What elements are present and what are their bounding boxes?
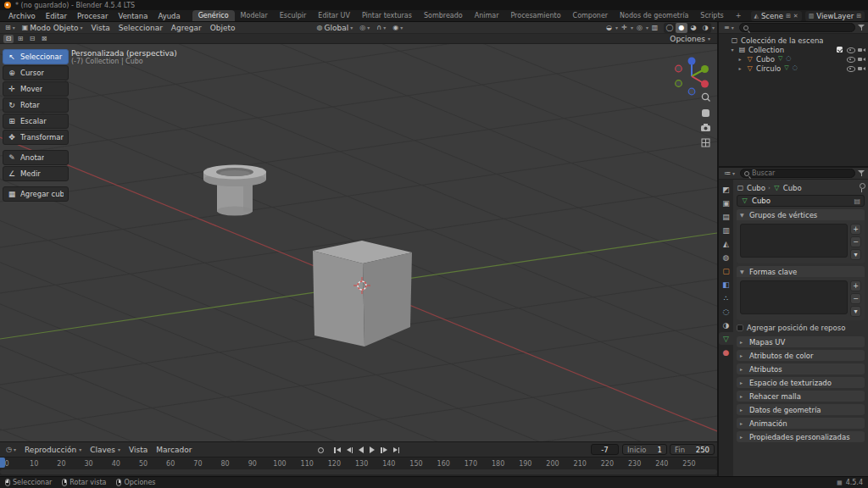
disclosure-icon[interactable]: ▸ bbox=[737, 65, 743, 71]
fake-user-icon[interactable]: ▤ bbox=[854, 197, 860, 205]
viewport-3d[interactable]: ↖Seleccionar (M...⊕Cursor✛Mover↻Rotar⊞Es… bbox=[0, 44, 717, 441]
transform-orientation[interactable]: ◍Global▾ bbox=[314, 24, 356, 32]
workspace-tab-modelar[interactable]: Modelar bbox=[235, 10, 274, 21]
panel-header-datos-de-geometria[interactable]: ▸Datos de geometría bbox=[737, 404, 865, 415]
exclude-checkbox[interactable] bbox=[837, 47, 843, 53]
filter-icon[interactable] bbox=[858, 24, 865, 31]
select-mode-new-button[interactable]: ⊡ bbox=[3, 35, 14, 43]
disable-render-icon[interactable] bbox=[857, 55, 865, 64]
datablock-name-field[interactable]: ▽ ▤ bbox=[737, 195, 865, 207]
viewport-menu-vista[interactable]: Vista bbox=[87, 24, 114, 32]
shading-dropdown-icon[interactable]: ▾ bbox=[712, 25, 715, 30]
prev-keyframe-button[interactable] bbox=[344, 445, 356, 456]
shading-wireframe-button[interactable]: ◯ bbox=[664, 23, 676, 33]
properties-tab-render[interactable]: ▣ bbox=[719, 197, 733, 209]
editor-type-button[interactable]: ⊞▾ bbox=[3, 25, 18, 31]
properties-search-input[interactable] bbox=[752, 169, 851, 177]
panel-header-espacio-de-texturizado[interactable]: ▸Espacio de texturizado bbox=[737, 377, 865, 388]
filter-icon[interactable] bbox=[858, 169, 865, 177]
add-vertex-group-button[interactable]: + bbox=[850, 224, 861, 235]
mode-selector[interactable]: ▣Modo Objeto▾ bbox=[19, 24, 86, 32]
menu-editar[interactable]: Editar bbox=[41, 12, 72, 20]
outliner-row-cubo[interactable]: ▸▽Cubo▽◌ bbox=[719, 54, 868, 64]
add-shape-key-button[interactable]: + bbox=[850, 280, 861, 291]
shading-material-button[interactable]: ◕ bbox=[687, 23, 699, 33]
jump-end-button[interactable] bbox=[391, 445, 403, 456]
workspace-tab-sombreado[interactable]: Sombreado bbox=[418, 10, 469, 21]
viewport-menu-seleccionar[interactable]: Seleccionar bbox=[114, 24, 167, 32]
timeline-scrollbar[interactable] bbox=[0, 469, 717, 474]
properties-tab-physics[interactable]: ◌ bbox=[719, 305, 733, 318]
playhead[interactable]: -7 bbox=[0, 458, 5, 468]
hide-eye-icon[interactable] bbox=[846, 64, 854, 73]
timeline-menu-marcador[interactable]: Marcador bbox=[152, 446, 196, 454]
properties-search[interactable] bbox=[740, 169, 855, 178]
hide-eye-icon[interactable] bbox=[846, 46, 854, 54]
viewlayer-selector[interactable]: ▥ ViewLayer ⊞ bbox=[805, 11, 865, 21]
frame-end-field[interactable]: Fin250 bbox=[670, 444, 715, 455]
overlays-toggle[interactable]: ◎ bbox=[634, 23, 645, 33]
workspace-tab-pintar-texturas[interactable]: Pintar texturas bbox=[356, 10, 418, 21]
properties-tab-tool[interactable]: ◩ bbox=[719, 183, 733, 196]
workspace-tab-nodos-de-geometria[interactable]: Nodos de geometría bbox=[614, 10, 694, 21]
properties-tab-object[interactable]: ▢ bbox=[719, 264, 733, 277]
outliner-row-coleccion-de-la-escena[interactable]: ▢Colección de la escena bbox=[719, 36, 868, 45]
menu-archivo[interactable]: Archivo bbox=[3, 12, 41, 20]
select-mode-subtract-button[interactable]: ⊟ bbox=[27, 35, 37, 43]
properties-tab-modifiers[interactable]: ◧ bbox=[719, 278, 733, 291]
unlink-scene-icon[interactable]: ✕ bbox=[793, 13, 798, 19]
panel-header-shape-keys[interactable]: ▼ Formas clave bbox=[737, 266, 865, 277]
breadcrumb-data[interactable]: Cubo bbox=[783, 184, 802, 192]
workspace-tab-animar[interactable]: Animar bbox=[469, 10, 505, 21]
panel-header-vertex-groups[interactable]: ▼ Grupos de vértices bbox=[737, 209, 865, 220]
remove-shape-key-button[interactable]: − bbox=[850, 293, 861, 304]
tool-mover[interactable]: ✛Mover bbox=[3, 81, 69, 97]
timeline-menu-reproduccion[interactable]: Reproducción▾ bbox=[20, 446, 86, 454]
outliner-search-input[interactable] bbox=[751, 24, 851, 31]
timeline-ruler[interactable]: 0102030405060708090100110120130140150160… bbox=[0, 457, 717, 476]
remove-vertex-group-button[interactable]: − bbox=[850, 236, 861, 247]
menu-ventana[interactable]: Ventana bbox=[113, 12, 153, 20]
tool-anotar[interactable]: ✎Anotar bbox=[3, 150, 69, 165]
menu-procesar[interactable]: Procesar bbox=[72, 12, 114, 20]
xray-toggle[interactable]: ▥ bbox=[649, 23, 660, 33]
add-rest-position-row[interactable]: Agregar posición de reposo bbox=[737, 322, 865, 334]
timeline-menu-vista[interactable]: Vista bbox=[125, 446, 152, 454]
workspace-tab-scripts[interactable]: Scripts bbox=[694, 10, 729, 21]
tool-agregar-cubo[interactable]: ▦Agregar cubo bbox=[3, 186, 69, 202]
workspace-tab-generico[interactable]: Genérico bbox=[192, 10, 235, 21]
timeline-menu-claves[interactable]: Claves▾ bbox=[86, 446, 125, 454]
pivot-point-button[interactable]: ◎▾ bbox=[357, 25, 372, 31]
name-input[interactable] bbox=[752, 197, 850, 205]
properties-tab-view-layer[interactable]: ▥ bbox=[719, 224, 733, 236]
tool-rotar[interactable]: ↻Rotar bbox=[3, 97, 69, 113]
panel-header-propiedades-personalizadas[interactable]: ▸Propiedades personalizadas bbox=[737, 431, 865, 442]
play-button[interactable] bbox=[367, 444, 377, 456]
options-dropdown[interactable]: Opciones▾ bbox=[666, 35, 714, 43]
new-scene-icon[interactable]: ⊞ bbox=[786, 13, 791, 19]
snap-toggle[interactable]: ∩▾ bbox=[374, 25, 388, 31]
select-mode-extend-button[interactable]: ⊞ bbox=[15, 35, 25, 43]
tool-cursor[interactable]: ⊕Cursor bbox=[3, 65, 69, 80]
properties-tab-particles[interactable]: ∴ bbox=[719, 291, 733, 304]
scene-selector[interactable]: ◭ Scene ⊞ ✕ bbox=[751, 11, 802, 21]
shading-solid-button[interactable]: ● bbox=[676, 23, 687, 33]
tool-escalar[interactable]: ⊞Escalar bbox=[3, 114, 69, 129]
shape-key-specials-button[interactable]: ▾ bbox=[850, 306, 861, 317]
panel-header-atributos[interactable]: ▸Atributos bbox=[737, 363, 865, 374]
viewport-menu-agregar[interactable]: Agregar bbox=[167, 24, 206, 32]
disable-render-icon[interactable] bbox=[857, 46, 865, 54]
shape-keys-list[interactable] bbox=[740, 280, 848, 314]
vertex-group-specials-button[interactable]: ▾ bbox=[850, 249, 861, 260]
properties-tab-data[interactable]: ▽ bbox=[719, 332, 733, 345]
breadcrumb-object[interactable]: Cubo bbox=[747, 184, 765, 192]
properties-tab-world[interactable]: ◍ bbox=[719, 251, 733, 263]
panel-header-mapas-uv[interactable]: ▸Mapas UV bbox=[737, 336, 865, 347]
outliner-row-circulo[interactable]: ▸▽Círculo▽◌ bbox=[719, 64, 868, 73]
current-frame-field[interactable]: -7 bbox=[591, 444, 619, 455]
viewport-menu-objeto[interactable]: Objeto bbox=[206, 24, 240, 32]
outliner-search[interactable] bbox=[739, 23, 855, 32]
properties-tab-output[interactable]: ▤ bbox=[719, 210, 733, 223]
select-mode-intersect-button[interactable]: ⊠ bbox=[39, 35, 49, 43]
properties-tab-constraints[interactable]: ◑ bbox=[719, 319, 733, 331]
